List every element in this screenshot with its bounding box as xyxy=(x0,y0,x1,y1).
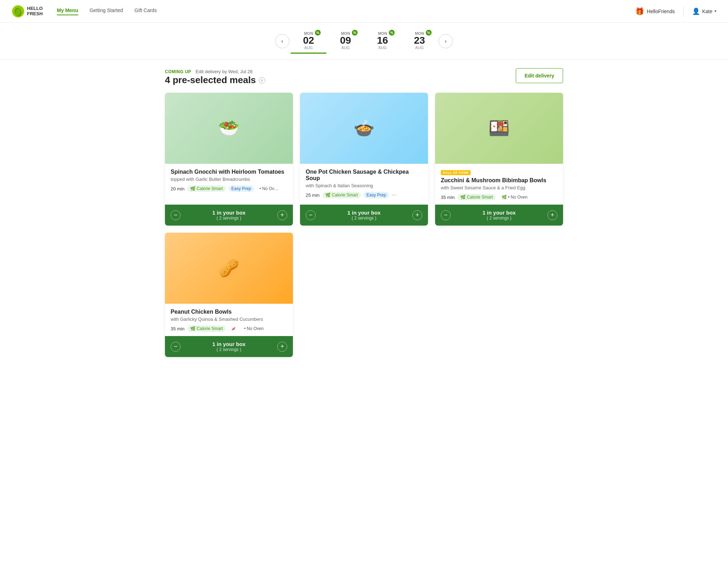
meal-subtitle-2: with Spinach & Italian Seasoning xyxy=(306,183,422,188)
meal-meta-1: 20 min 🌿 Calorie Smart Easy Prep • No Ov… xyxy=(171,185,287,192)
qty-increase-4[interactable]: + xyxy=(277,342,287,352)
date-tab-3[interactable]: % MON 23 AUG xyxy=(402,28,437,54)
qty-main-1: 1 in your box xyxy=(212,210,245,216)
navbar: HELLOFRESH My Menu Getting Started Gift … xyxy=(0,0,728,23)
date-num-0: 02 xyxy=(295,36,322,45)
qty-decrease-4[interactable]: − xyxy=(171,342,181,352)
meal-meta-3: 35 min 🌿 Calorie Smart 🌿 • No Oven xyxy=(441,194,557,200)
meal-card-1: 🥗 Spinach Gnocchi with Heirloom Tomatoes… xyxy=(165,93,293,226)
qty-increase-1[interactable]: + xyxy=(277,210,287,220)
edit-delivery-button[interactable]: Edit delivery xyxy=(516,68,563,83)
meal-body-3: HALL OF FAME Zucchini & Mushroom Bibimba… xyxy=(435,164,563,200)
coming-up-label: COMING UP xyxy=(165,69,191,74)
qty-increase-3[interactable]: + xyxy=(547,210,557,220)
hall-of-fame-badge-3: HALL OF FAME xyxy=(441,170,471,175)
month-label-2: AUG xyxy=(369,45,396,50)
meal-image-3: 🍱 xyxy=(435,93,563,164)
meal-time-3: 35 min xyxy=(441,195,455,200)
month-label-1: AUG xyxy=(332,45,359,50)
month-label-3: AUG xyxy=(406,45,433,50)
meal-image-1: 🥗 xyxy=(165,93,293,164)
tag-easy-2: Easy Prep xyxy=(364,192,389,198)
logo-icon xyxy=(11,5,25,18)
qty-sub-2: ( 2 servings ) xyxy=(347,216,380,221)
qty-label-1: 1 in your box ( 2 servings ) xyxy=(212,210,245,221)
tag-nooven-3: 🌿 • No Oven xyxy=(499,194,530,200)
meal-body-2: One Pot Chicken Sausage & Chickpea Soup … xyxy=(300,164,428,200)
user-name: Kate xyxy=(702,9,712,14)
edit-by-text: Edit delivery by Wed, Jul 28 xyxy=(196,69,252,74)
meal-image-2: 🍲 xyxy=(300,93,428,164)
date-next-button[interactable]: › xyxy=(439,34,453,48)
meal-card-2: 🍲 One Pot Chicken Sausage & Chickpea Sou… xyxy=(300,93,428,226)
meals-info-icon[interactable]: i xyxy=(259,77,265,83)
meal-subtitle-1: topped with Garlic Butter Breadcrumbs xyxy=(171,177,287,182)
nav-gift-cards[interactable]: Gift Cards xyxy=(134,7,157,15)
discount-badge-3: % xyxy=(426,30,432,36)
date-tab-1[interactable]: % MON 09 AUG xyxy=(328,28,363,54)
delivery-header: COMING UP Edit delivery by Wed, Jul 28 4… xyxy=(165,68,563,86)
tag-calorie-4: 🌿 Calorie Smart xyxy=(187,325,226,332)
qty-row-1: − 1 in your box ( 2 servings ) + xyxy=(165,205,293,226)
main-content: COMING UP Edit delivery by Wed, Jul 28 4… xyxy=(136,60,592,366)
meal-title-2: One Pot Chicken Sausage & Chickpea Soup xyxy=(306,169,422,182)
logo[interactable]: HELLOFRESH xyxy=(11,5,43,18)
date-prev-button[interactable]: ‹ xyxy=(275,34,289,48)
nav-getting-started[interactable]: Getting Started xyxy=(90,7,123,15)
qty-row-3: − 1 in your box ( 2 servings ) + xyxy=(435,205,563,226)
qty-label-4: 1 in your box ( 2 servings ) xyxy=(212,341,245,352)
brand-name: HELLOFRESH xyxy=(27,6,43,16)
date-tab-2[interactable]: % MON 16 AUG xyxy=(365,28,400,54)
qty-label-3: 1 in your box ( 2 servings ) xyxy=(482,210,515,221)
tag-spicy-4: 🌶 xyxy=(229,325,239,332)
hello-friends-label: HelloFriends xyxy=(647,9,675,14)
qty-row-2: − 1 in your box ( 2 servings ) + xyxy=(300,205,428,226)
qty-sub-4: ( 2 servings ) xyxy=(212,347,245,352)
qty-main-4: 1 in your box xyxy=(212,341,245,347)
meal-meta-4: 35 min 🌿 Calorie Smart 🌶 • No Oven xyxy=(171,325,287,332)
meal-card-4: 🥜 Peanut Chicken Bowls with Garlicky Qui… xyxy=(165,233,293,357)
qty-increase-2[interactable]: + xyxy=(412,210,422,220)
user-icon: 👤 xyxy=(692,7,700,15)
discount-badge-0: % xyxy=(315,30,321,36)
date-num-2: 16 xyxy=(369,36,396,45)
qty-decrease-1[interactable]: − xyxy=(171,210,181,220)
tag-nooven-1: • No Ov… xyxy=(257,185,282,192)
date-tab-0[interactable]: % MON 02 AUG xyxy=(291,28,326,54)
nav-my-menu[interactable]: My Menu xyxy=(57,7,78,15)
meal-body-4: Peanut Chicken Bowls with Garlicky Quino… xyxy=(165,304,293,332)
gift-icon: 🎁 xyxy=(635,7,644,16)
delivery-info: COMING UP Edit delivery by Wed, Jul 28 4… xyxy=(165,68,265,86)
meal-time-4: 35 min xyxy=(171,326,184,331)
date-num-3: 23 xyxy=(406,36,433,45)
more-options-2[interactable]: ··· xyxy=(392,192,396,198)
discount-badge-2: % xyxy=(389,30,395,36)
month-label-0: AUG xyxy=(295,45,322,50)
tag-calorie-1: 🌿 Calorie Smart xyxy=(187,185,226,192)
tag-calorie-2: 🌿 Calorie Smart xyxy=(322,192,361,198)
hello-friends[interactable]: 🎁 HelloFriends xyxy=(635,7,675,16)
meal-meta-2: 25 min 🌿 Calorie Smart Easy Prep ··· xyxy=(306,192,422,198)
qty-decrease-3[interactable]: − xyxy=(441,210,451,220)
qty-row-4: − 1 in your box ( 2 servings ) + xyxy=(165,336,293,357)
meal-image-4: 🥜 xyxy=(165,233,293,304)
meal-title-1: Spinach Gnocchi with Heirloom Tomatoes xyxy=(171,169,287,175)
tag-nooven-4: • No Oven xyxy=(241,325,267,332)
tag-calorie-3: 🌿 Calorie Smart xyxy=(457,194,496,200)
meal-time-1: 20 min xyxy=(171,186,184,191)
tag-easy-1: Easy Prep xyxy=(229,185,254,192)
user-menu[interactable]: 👤 Kate ▾ xyxy=(692,7,717,15)
meal-subtitle-4: with Garlicky Quinoa & Smashed Cucumbers xyxy=(171,317,287,322)
qty-main-2: 1 in your box xyxy=(347,210,380,216)
nav-right: 🎁 HelloFriends 👤 Kate ▾ xyxy=(635,6,717,17)
qty-label-2: 1 in your box ( 2 servings ) xyxy=(347,210,380,221)
chevron-down-icon: ▾ xyxy=(714,9,717,13)
date-num-1: 09 xyxy=(332,36,359,45)
meal-card-3: 🍱 HALL OF FAME Zucchini & Mushroom Bibim… xyxy=(435,93,563,226)
date-picker: ‹ % MON 02 AUG % MON 09 AUG % MON 16 AUG… xyxy=(0,23,728,60)
qty-decrease-2[interactable]: − xyxy=(306,210,316,220)
nav-links: My Menu Getting Started Gift Cards xyxy=(57,7,157,15)
nav-divider xyxy=(683,6,684,17)
qty-sub-3: ( 2 servings ) xyxy=(482,216,515,221)
discount-badge-1: % xyxy=(352,30,358,36)
